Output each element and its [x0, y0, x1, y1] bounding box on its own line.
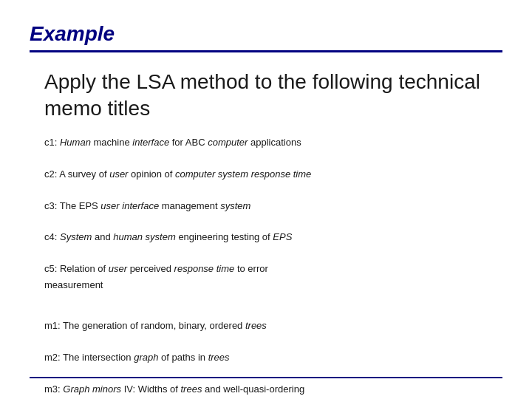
item-label: m1: The generation of random, binary, or…: [44, 320, 245, 331]
item-label: c5: Relation of: [44, 263, 109, 274]
item-text: system: [220, 200, 250, 211]
item-label: m2: The intersection: [44, 352, 134, 363]
slide-title: Example: [30, 22, 502, 46]
item-label: c4:: [44, 231, 60, 242]
bottom-divider: [30, 377, 502, 378]
item-text: user: [109, 168, 128, 180]
item-text: to error: [234, 263, 268, 274]
item-text: user: [109, 263, 127, 274]
list-item: m1: The generation of random, binary, or…: [44, 318, 502, 333]
item-text: trees: [208, 352, 230, 363]
corpus-m-list: m1: The generation of random, binary, or…: [44, 318, 502, 399]
content-area: Apply the LSA method to the following te…: [30, 69, 502, 399]
item-text: IV: Widths of: [121, 383, 180, 395]
item-label: c2: A survey of: [44, 168, 109, 180]
item-text: applications: [248, 137, 301, 148]
item-text: trees: [245, 320, 267, 331]
spacer: [44, 307, 502, 318]
item-text: measurement: [44, 279, 103, 290]
item-label: c3: The EPS: [44, 200, 100, 211]
list-item: c2: A survey of user opinion of computer…: [44, 166, 502, 182]
item-text: opinion of: [128, 168, 175, 180]
item-text: user interface: [100, 200, 159, 211]
list-item: c3: The EPS user interface management sy…: [44, 198, 502, 214]
item-text: machine: [91, 137, 132, 148]
item-text: computer: [208, 137, 248, 148]
title-divider: [30, 50, 502, 52]
item-text: for ABC: [169, 137, 208, 148]
list-item: c5: Relation of user perceived response …: [44, 261, 502, 293]
item-text: interface: [132, 137, 169, 148]
main-heading: Apply the LSA method to the following te…: [44, 69, 502, 123]
item-label: c1:: [44, 137, 60, 148]
item-text: engineering testing of: [176, 231, 273, 242]
item-label: m3:: [44, 383, 63, 395]
corpus-c-list: c1: Human machine interface for ABC comp…: [44, 134, 502, 293]
item-text: graph: [134, 352, 158, 363]
item-text: Graph minors: [63, 383, 121, 395]
item-text: trees: [180, 383, 202, 395]
item-text: System: [60, 231, 92, 242]
item-text: Human: [60, 137, 91, 148]
slide: Example Apply the LSA method to the foll…: [0, 0, 532, 399]
item-text: and: [92, 231, 113, 242]
item-text: perceived: [127, 263, 174, 274]
item-text: of paths in: [158, 352, 208, 363]
item-text: and well-quasi-ordering: [202, 383, 304, 395]
item-text: EPS: [273, 231, 292, 242]
list-item: c1: Human machine interface for ABC comp…: [44, 134, 502, 150]
list-item: m3: Graph minors IV: Widths of trees and…: [44, 381, 502, 397]
item-text: computer system response time: [175, 168, 311, 180]
item-text: human system: [113, 231, 176, 242]
item-text: response time: [174, 263, 235, 274]
list-item: c4: System and human system engineering …: [44, 229, 502, 245]
item-text: management: [159, 200, 220, 211]
list-item: m2: The intersection graph of paths in t…: [44, 349, 502, 365]
